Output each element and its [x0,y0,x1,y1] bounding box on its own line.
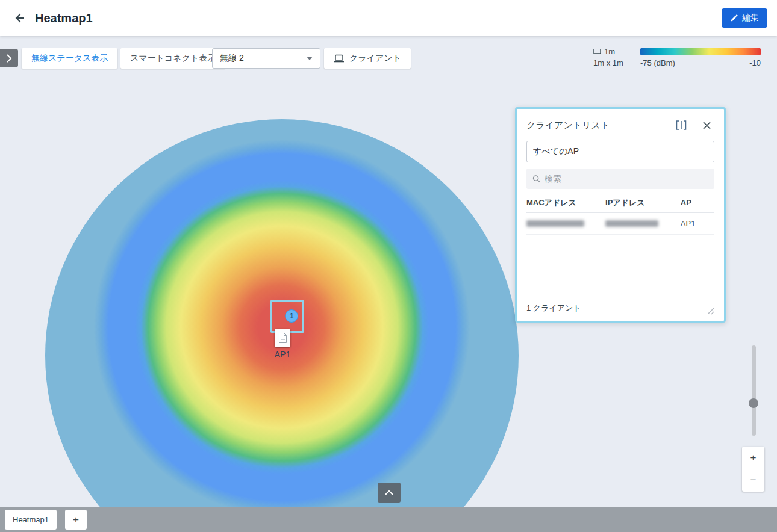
column-header-mac: MACアドレス [526,197,605,208]
dock-panel-button[interactable] [673,117,689,133]
document-icon [278,332,287,344]
laptop-icon [334,54,345,63]
ap-filter-select[interactable] [526,141,714,162]
page-title: Heatmap1 [35,11,93,25]
search-icon [532,175,540,183]
chevron-right-icon [6,54,12,63]
bottom-tab-bar: Heatmap1 + [0,507,777,532]
client-mac-redacted [526,220,605,227]
legend-min-label: -75 (dBm) [640,58,675,67]
smart-connect-label: スマートコネクト表示 [130,53,216,64]
client-list-button[interactable]: クライアント [324,48,411,69]
add-tab-button[interactable]: + [65,510,87,530]
chevron-up-icon [384,490,394,496]
smart-connect-toggle-button[interactable]: スマートコネクト表示 [120,48,225,69]
client-table: MACアドレス IPアドレス AP AP1 [526,193,714,235]
client-count: 1 クライアント [526,303,581,315]
client-table-header: MACアドレス IPアドレス AP [526,193,714,213]
client-panel-header: クライアントリスト [526,117,714,133]
signal-legend: 1m 1m x 1m -75 (dBm) -10 [590,47,764,71]
column-header-ip: IPアドレス [605,197,681,208]
zoom-button-panel: + − [742,447,764,492]
signal-gradient-bar [640,48,761,55]
band-select-dropdown[interactable]: 無線 2 [212,48,320,69]
client-list-button-label: クライアント [349,53,401,64]
search-input[interactable] [545,174,708,184]
client-badge[interactable]: 1 [285,309,298,323]
edit-button[interactable]: 編集 [722,8,767,28]
client-ip-redacted [605,220,681,227]
back-arrow-icon [13,12,25,24]
client-list-panel: クライアントリスト [515,107,726,323]
header: Heatmap1 編集 [0,0,777,36]
grid-scale-value: 1m x 1m [593,58,623,67]
ap-label: AP1 [265,350,300,359]
map-scale: 1m [593,47,615,56]
column-header-ap: AP [681,198,714,207]
ap-device-icon[interactable] [275,329,290,347]
chevron-down-icon [307,57,313,60]
zoom-in-button[interactable]: + [742,447,764,469]
ap-marker-group: 1 AP1 [265,295,337,367]
tab-heatmap1[interactable]: Heatmap1 [5,510,57,530]
legend-max-label: -10 [749,58,761,67]
search-box[interactable] [526,169,714,189]
scale-bracket-icon [593,49,601,54]
wireless-status-toggle-button[interactable]: 無線ステータス表示 [22,48,117,69]
pencil-icon [730,14,738,22]
heatmap-app: Heatmap1 編集 1 AP1 [0,0,777,532]
close-icon [703,122,711,129]
wireless-status-label: 無線ステータス表示 [31,53,108,64]
back-button[interactable] [7,6,31,30]
zoom-out-button[interactable]: − [742,469,764,492]
dock-panel-icon [676,120,687,130]
client-panel-footer: 1 クライアント [526,303,714,315]
close-panel-button[interactable] [699,117,714,133]
scale-value: 1m [604,47,615,56]
client-ap-cell: AP1 [681,219,714,228]
resize-handle[interactable] [706,306,714,315]
zoom-slider-track[interactable] [752,345,756,436]
client-panel-title: クライアントリスト [526,120,610,131]
band-select-value: 無線 2 [220,53,244,64]
collapse-up-button[interactable] [378,483,401,503]
zoom-slider[interactable] [749,345,758,436]
sidebar-expand-button[interactable] [0,49,18,67]
client-table-row[interactable]: AP1 [526,213,714,235]
zoom-slider-thumb[interactable] [749,398,758,408]
edit-button-label: 編集 [742,13,759,23]
map-canvas[interactable]: 1 AP1 無線ステータス表示 スマートコネクト表示 無線 2 [0,36,777,507]
